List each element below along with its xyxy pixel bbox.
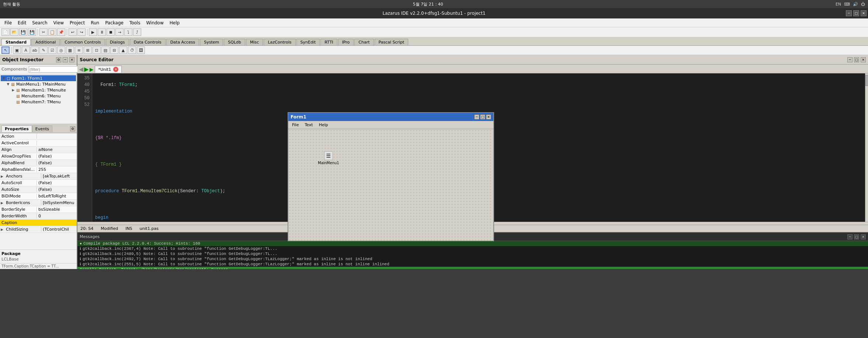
tab-system[interactable]: System <box>200 39 223 45</box>
tab-nav-left[interactable]: ◀ <box>79 66 83 73</box>
tab-standard[interactable]: Standard <box>1 39 31 45</box>
step-over-btn[interactable]: ⤵ <box>124 28 132 36</box>
menu-search[interactable]: Search <box>29 20 50 26</box>
step-out-btn[interactable]: ⤴ <box>133 28 141 36</box>
prop-row-alphablend[interactable]: AlphaBlend (False) <box>0 160 77 166</box>
messages-maximize-btn[interactable]: □ <box>854 234 859 239</box>
prop-value-childsizing[interactable]: (TControlChil <box>41 227 77 232</box>
form1-mainmenu-component[interactable]: ☰ MainMenu1 <box>318 151 339 165</box>
cut-btn[interactable]: ✂ <box>39 28 48 36</box>
comp-11[interactable]: ▤ <box>101 46 110 54</box>
prop-row-autoscroll[interactable]: AutoScroll (False) <box>0 180 77 186</box>
tab-misc[interactable]: Misc <box>246 39 263 45</box>
form1-menu-help[interactable]: Help <box>317 122 330 128</box>
messages-minimize-btn[interactable]: ─ <box>847 234 853 239</box>
step-btn[interactable]: → <box>115 28 124 36</box>
open-btn[interactable]: 📂 <box>10 28 18 36</box>
comp-5[interactable]: ☑ <box>48 46 56 54</box>
comp-2[interactable]: A <box>22 46 30 54</box>
form1-minimize-btn[interactable]: ─ <box>474 114 479 120</box>
comp-8[interactable]: ≡ <box>75 46 83 54</box>
menu-tools[interactable]: Tools <box>126 20 143 26</box>
save-btn[interactable]: 💾 <box>19 28 27 36</box>
panel-settings-btn[interactable]: ⚙ <box>56 57 61 62</box>
tab-unit1-close[interactable]: ✕ <box>113 67 118 72</box>
copy-btn[interactable]: 📋 <box>48 28 56 36</box>
prop-value-autosize[interactable]: (False) <box>37 187 77 192</box>
form1-maximize-btn[interactable]: □ <box>480 114 485 120</box>
menu-window[interactable]: Window <box>143 20 166 26</box>
run-btn[interactable]: ▶ <box>89 28 97 36</box>
expand-icon-mainmenu[interactable]: ▼ <box>6 82 10 86</box>
menu-edit[interactable]: Edit <box>15 20 29 26</box>
editor-tab-unit1[interactable]: *Unit1 ✕ <box>95 66 122 73</box>
maximize-button[interactable]: □ <box>853 10 859 16</box>
menu-file[interactable]: File <box>1 20 15 26</box>
tab-common-controls[interactable]: Common Controls <box>60 39 105 45</box>
tree-item-menuitem6[interactable]: ▤ MenuItem6: TMenu <box>1 93 76 99</box>
comp-9[interactable]: ⊞ <box>84 46 92 54</box>
prop-value-bidimode[interactable]: bdLeftToRight <box>37 194 77 199</box>
prop-row-childsizing[interactable]: ▶ ChildSizing (TControlChil <box>0 226 77 233</box>
menu-package[interactable]: Package <box>102 20 126 26</box>
tab-lazcontrols[interactable]: LazControls <box>264 39 295 45</box>
prop-row-allowdropfiles[interactable]: AllowDropFiles (False) <box>0 153 77 160</box>
tab-properties[interactable]: Properties <box>1 125 32 132</box>
tab-nav-right[interactable]: ▶ <box>84 66 88 73</box>
menu-help[interactable]: Help <box>167 20 183 26</box>
tab-synedit[interactable]: SynEdit <box>296 39 320 45</box>
prop-row-activecontrol[interactable]: ActiveControl <box>0 140 77 146</box>
prop-value-anchors[interactable]: [akTop,akLeft <box>41 174 77 179</box>
prop-row-borderwidth[interactable]: BorderWidth 0 <box>0 213 77 220</box>
tree-item-menuitem7[interactable]: ▤ MenuItem7: TMenu <box>1 99 76 105</box>
pointer-tool[interactable]: ↖ <box>1 46 10 54</box>
prop-row-anchors[interactable]: ▶ Anchors [akTop,akLeft <box>0 173 77 180</box>
filter-input[interactable] <box>29 66 82 73</box>
source-close-btn[interactable]: ✕ <box>861 57 866 62</box>
prop-row-borderstyle[interactable]: BorderStyle bsSizeable <box>0 206 77 213</box>
prop-row-bordericons[interactable]: ▶ BorderIcons [biSystemMenu <box>0 200 77 206</box>
minimize-button[interactable]: ─ <box>846 10 852 16</box>
form1-menu-file[interactable]: File <box>290 122 301 128</box>
tab-ipro[interactable]: IPro <box>338 39 354 45</box>
menu-project[interactable]: Project <box>67 20 88 26</box>
prop-value-allowdropfiles[interactable]: (False) <box>37 154 77 159</box>
tab-nav-forward[interactable]: ▶ <box>90 66 94 72</box>
prop-row-alphablendvalue[interactable]: AlphaBlendValue 255 <box>0 166 77 173</box>
menu-view[interactable]: View <box>51 20 67 26</box>
close-button[interactable]: ✕ <box>861 10 867 16</box>
prop-row-caption[interactable]: Caption <box>0 220 77 226</box>
vertical-scrollbar[interactable] <box>865 73 868 222</box>
tree-item-mainmenu[interactable]: ▼ ▤ MainMenu1: TMainMenu <box>1 81 76 87</box>
comp-6[interactable]: ◎ <box>57 46 65 54</box>
form1-close-btn[interactable]: ✕ <box>486 114 491 120</box>
comp-3[interactable]: ab <box>31 46 39 54</box>
comp-12[interactable]: ⊟ <box>110 46 118 54</box>
prop-value-borderwidth[interactable]: 0 <box>37 214 77 218</box>
panel-close-btn[interactable]: ✕ <box>69 57 74 62</box>
tab-data-access[interactable]: Data Access <box>166 39 199 45</box>
prop-row-action[interactable]: Action <box>0 133 77 140</box>
stop-btn[interactable]: ⏹ <box>107 28 115 36</box>
tree-item-menuitem1[interactable]: ▶ ▤ MenuItem1: TMenuIte <box>1 87 76 93</box>
anchors-expand-icon[interactable]: ▶ <box>0 175 4 178</box>
comp-7[interactable]: ▦ <box>66 46 74 54</box>
prop-row-autosize[interactable]: AutoSize (False) <box>0 186 77 193</box>
prop-row-bidimode[interactable]: BiDiMode bdLeftToRight <box>0 193 77 200</box>
comp-13[interactable]: ▲ <box>119 46 127 54</box>
prop-value-alphablend[interactable]: (False) <box>37 161 77 165</box>
form1-menu-text[interactable]: Text <box>302 122 315 128</box>
props-settings-btn[interactable]: ⚙ <box>70 126 75 131</box>
bordericons-expand-icon[interactable]: ▶ <box>0 201 4 205</box>
source-minimize-btn[interactable]: ─ <box>847 57 853 62</box>
prop-value-align[interactable]: alNone <box>37 147 77 152</box>
tab-events[interactable]: Events <box>32 125 52 132</box>
tab-dialogs[interactable]: Dialogs <box>106 39 129 45</box>
comp-4[interactable]: ✎ <box>39 46 48 54</box>
redo-btn[interactable]: ↪ <box>77 28 86 36</box>
prop-value-autoscroll[interactable]: (False) <box>37 180 77 185</box>
comp-15[interactable]: 🖼 <box>137 46 145 54</box>
tree-item-form1[interactable]: ▼ □ Form1: TForm1 <box>1 75 76 81</box>
pause-btn[interactable]: ⏸ <box>98 28 106 36</box>
menu-run[interactable]: Run <box>88 20 102 26</box>
